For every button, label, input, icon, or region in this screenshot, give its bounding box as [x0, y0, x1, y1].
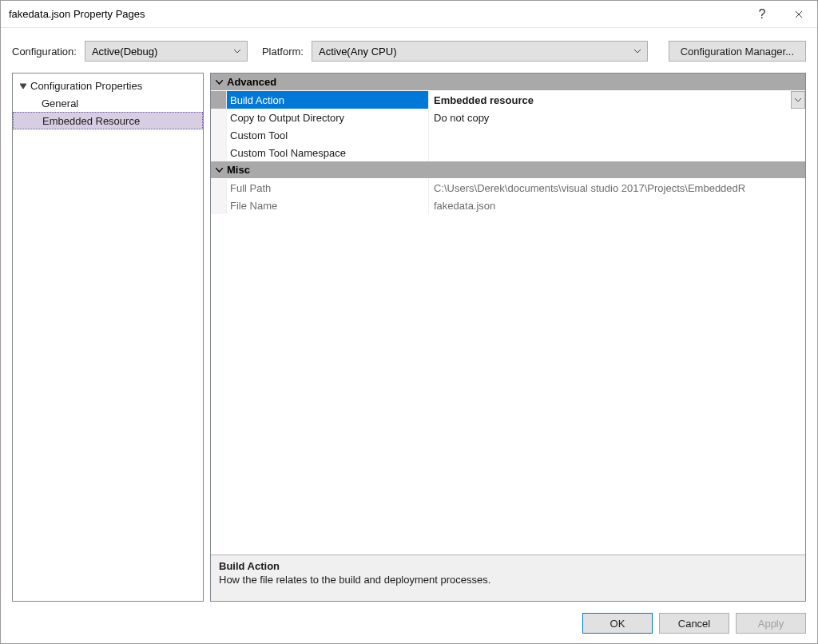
category-label: Advanced — [227, 76, 276, 88]
prop-row-copy-to-output[interactable]: Copy to Output Directory Do not copy — [211, 109, 805, 126]
prop-name: Custom Tool Namespace — [227, 144, 429, 161]
prop-value[interactable]: Embedded resource — [429, 91, 805, 109]
platform-label: Platform: — [262, 46, 304, 58]
window-title: fakedata.json Property Pages — [9, 8, 145, 20]
row-gutter — [211, 197, 227, 214]
main-content: Configuration Properties General Embedde… — [1, 73, 817, 606]
description-title: Build Action — [219, 560, 797, 572]
prop-name: Copy to Output Directory — [227, 109, 429, 126]
chevron-down-icon — [631, 50, 644, 54]
row-gutter — [211, 144, 227, 161]
configuration-value: Active(Debug) — [92, 46, 157, 58]
property-pages-dialog: fakedata.json Property Pages ? Configura… — [0, 0, 818, 644]
close-icon — [795, 10, 803, 18]
chevron-down-icon[interactable] — [791, 91, 805, 109]
description-text: How the file relates to the build and de… — [219, 574, 797, 586]
prop-name: Full Path — [227, 179, 429, 197]
configuration-manager-button[interactable]: Configuration Manager... — [669, 41, 806, 62]
row-gutter — [211, 91, 227, 109]
configuration-label: Configuration: — [12, 46, 77, 58]
row-gutter — [211, 109, 227, 126]
platform-value: Active(Any CPU) — [319, 46, 397, 58]
tree-expand-icon[interactable] — [18, 80, 29, 91]
dialog-buttons: OK Cancel Apply — [1, 606, 817, 643]
tree-item-root[interactable]: Configuration Properties — [13, 77, 203, 94]
configuration-toolbar: Configuration: Active(Debug) Platform: A… — [1, 28, 817, 73]
prop-row-file-name[interactable]: File Name fakedata.json — [211, 197, 805, 214]
prop-row-full-path[interactable]: Full Path C:\Users\Derek\documents\visua… — [211, 179, 805, 197]
prop-value: fakedata.json — [429, 197, 805, 214]
prop-name: Custom Tool — [227, 126, 429, 144]
ok-button[interactable]: OK — [582, 613, 653, 634]
tree-item-general[interactable]: General — [13, 94, 203, 112]
row-gutter — [211, 179, 227, 197]
prop-name: Build Action — [227, 91, 429, 109]
property-grid[interactable]: Advanced Build Action Embedded resource … — [211, 74, 805, 555]
chevron-down-icon — [231, 50, 244, 54]
platform-combo[interactable]: Active(Any CPU) — [312, 41, 648, 62]
tree-root-label: Configuration Properties — [30, 80, 142, 92]
prop-value: C:\Users\Derek\documents\visual studio 2… — [429, 179, 805, 197]
prop-value[interactable] — [429, 144, 805, 161]
chevron-down-icon — [211, 168, 227, 173]
tree-item-embedded-resource[interactable]: Embedded Resource — [13, 112, 203, 129]
close-button[interactable] — [780, 1, 817, 27]
property-grid-panel: Advanced Build Action Embedded resource … — [210, 73, 806, 602]
prop-value[interactable] — [429, 126, 805, 144]
category-header-misc[interactable]: Misc — [211, 161, 805, 179]
nav-tree[interactable]: Configuration Properties General Embedde… — [12, 73, 204, 602]
prop-row-custom-tool-namespace[interactable]: Custom Tool Namespace — [211, 144, 805, 161]
titlebar-buttons: ? — [744, 1, 817, 27]
prop-value[interactable]: Do not copy — [429, 109, 805, 126]
prop-row-build-action[interactable]: Build Action Embedded resource — [211, 91, 805, 109]
chevron-down-icon — [211, 80, 227, 85]
help-button[interactable]: ? — [744, 1, 780, 27]
cancel-button[interactable]: Cancel — [659, 613, 729, 634]
tree-item-label: General — [42, 97, 78, 109]
apply-button: Apply — [736, 613, 806, 634]
prop-row-custom-tool[interactable]: Custom Tool — [211, 126, 805, 144]
description-pane: Build Action How the file relates to the… — [211, 555, 805, 601]
tree-item-label: Embedded Resource — [42, 115, 140, 127]
configuration-combo[interactable]: Active(Debug) — [85, 41, 248, 62]
titlebar: fakedata.json Property Pages ? — [1, 1, 817, 28]
row-gutter — [211, 126, 227, 144]
category-header-advanced[interactable]: Advanced — [211, 74, 805, 91]
prop-name: File Name — [227, 197, 429, 214]
category-label: Misc — [227, 164, 250, 176]
